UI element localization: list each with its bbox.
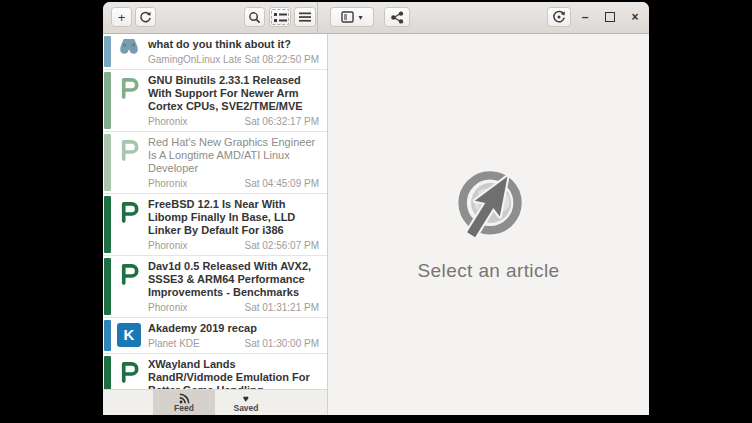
- planet-kde-feed-icon: K: [116, 323, 142, 347]
- feed-color-bar: [104, 196, 111, 253]
- article-title: Red Hat's New Graphics Engineer Is A Lon…: [148, 136, 319, 175]
- article-time: Sat 08:22:50 PM: [245, 54, 320, 66]
- phoronix-feed-icon: [116, 199, 142, 224]
- offline-content-button[interactable]: [547, 7, 571, 27]
- article-time: Sat 01:30:00 PM: [245, 338, 320, 350]
- article-source: Planet KDE: [148, 338, 200, 350]
- feed-color-bar: [104, 258, 111, 315]
- article-list-item[interactable]: what do you think about it? GamingOnLinu…: [103, 34, 327, 70]
- article-title: FreeBSD 12.1 Is Near With Libomp Finally…: [148, 198, 319, 237]
- sync-circle-icon: [552, 10, 566, 24]
- article-source: Phoronix: [148, 178, 187, 190]
- article-title: XWayland Lands RandR/Vidmode Emulation F…: [148, 358, 319, 390]
- search-button[interactable]: [244, 7, 265, 27]
- article-source: Phoronix: [148, 116, 187, 128]
- feeds-app-logo: [451, 168, 527, 244]
- tab-feed-label: Feed: [174, 404, 194, 413]
- article-source: GamingOnLinux Latest...: [148, 54, 241, 66]
- article-list-item[interactable]: Red Hat's New Graphics Engineer Is A Lon…: [103, 132, 327, 194]
- headerbar: +: [103, 2, 649, 34]
- feed-color-bar: [104, 134, 111, 191]
- article-list[interactable]: what do you think about it? GamingOnLinu…: [103, 34, 327, 389]
- tab-saved-label: Saved: [233, 404, 258, 413]
- main-content: what do you think about it? GamingOnLinu…: [103, 34, 649, 415]
- article-title: Dav1d 0.5 Released With AVX2, SSSE3 & AR…: [148, 260, 319, 299]
- feed-color-bar: [104, 356, 111, 389]
- article-title: Akademy 2019 recap: [148, 322, 319, 335]
- article-list-item[interactable]: GNU Binutils 2.33.1 Released With Suppor…: [103, 70, 327, 132]
- phoronix-feed-icon: [116, 261, 142, 286]
- article-list-item[interactable]: XWayland Lands RandR/Vidmode Emulation F…: [103, 354, 327, 389]
- article-time: Sat 04:45:09 PM: [245, 178, 320, 190]
- close-icon: ×: [631, 10, 638, 24]
- minimize-icon: –: [582, 10, 589, 24]
- placeholder-message: Select an article: [418, 260, 560, 282]
- search-icon: [248, 11, 261, 24]
- feed-color-bar: [104, 72, 111, 129]
- app-window: +: [103, 2, 649, 415]
- plus-icon: +: [118, 10, 126, 25]
- phoronix-feed-icon: [116, 75, 142, 100]
- article-title: GNU Binutils 2.33.1 Released With Suppor…: [148, 74, 319, 113]
- add-feed-button[interactable]: +: [111, 7, 132, 27]
- article-list-item[interactable]: Dav1d 0.5 Released With AVX2, SSSE3 & AR…: [103, 256, 327, 318]
- article-source: Phoronix: [148, 302, 187, 314]
- menu-button[interactable]: [294, 7, 316, 27]
- reader-mode-dropdown[interactable]: ▾: [330, 7, 374, 27]
- article-list-pane: what do you think about it? GamingOnLinu…: [103, 34, 328, 415]
- close-button[interactable]: ×: [625, 7, 645, 27]
- phoronix-feed-icon: [116, 359, 142, 384]
- share-button[interactable]: [384, 7, 410, 27]
- phoronix-feed-icon: [116, 137, 142, 162]
- kde-logo: K: [117, 323, 141, 347]
- gamingonlinux-feed-icon: [116, 39, 142, 57]
- view-switcher: Feed ♥ Saved: [103, 389, 327, 415]
- tab-saved[interactable]: ♥ Saved: [215, 390, 277, 415]
- maximize-button[interactable]: [600, 7, 620, 27]
- article-time: Sat 06:32:17 PM: [245, 116, 320, 128]
- minimize-button[interactable]: –: [575, 7, 595, 27]
- maximize-icon: [605, 12, 615, 22]
- feed-color-bar: [104, 320, 111, 351]
- hamburger-menu-icon: [299, 12, 311, 22]
- article-list-item[interactable]: K Akademy 2019 recap Planet KDE Sat 01:3…: [103, 318, 327, 354]
- feed-color-bar: [104, 36, 111, 67]
- article-view-placeholder: Select an article: [328, 34, 649, 415]
- article-list-item[interactable]: FreeBSD 12.1 Is Near With Libomp Finally…: [103, 194, 327, 256]
- article-source: Phoronix: [148, 240, 187, 252]
- detailed-list-icon: [274, 12, 287, 23]
- reader-view-icon: [341, 11, 354, 23]
- refresh-icon: [139, 11, 152, 24]
- refresh-button[interactable]: [135, 7, 156, 27]
- list-style-button[interactable]: [269, 7, 291, 27]
- article-time: Sat 01:31:21 PM: [245, 302, 320, 314]
- headerbar-separator: [317, 2, 318, 33]
- chevron-down-icon: ▾: [358, 13, 362, 22]
- article-time: Sat 02:56:07 PM: [245, 240, 320, 252]
- tab-feed[interactable]: Feed: [153, 390, 215, 415]
- share-icon: [390, 11, 404, 24]
- article-title: what do you think about it?: [148, 38, 319, 51]
